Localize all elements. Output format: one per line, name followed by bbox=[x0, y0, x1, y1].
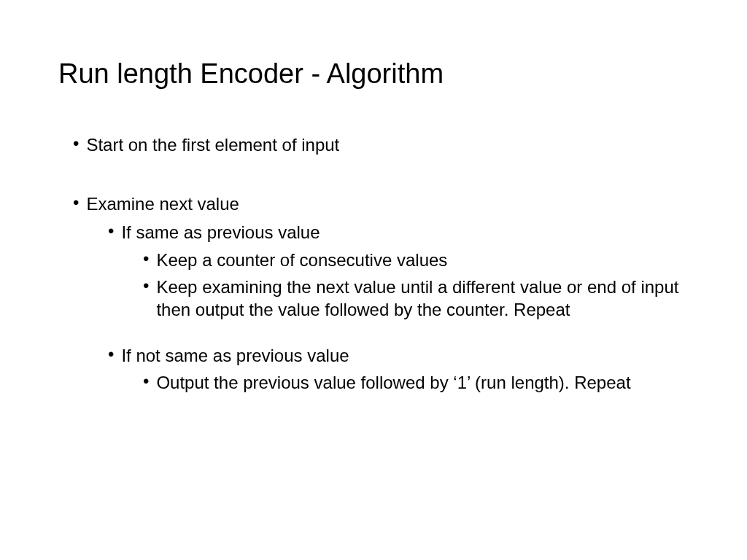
bullet-text: Start on the first element of input bbox=[86, 133, 339, 156]
bullet-level-1: • Start on the first element of input bbox=[73, 133, 689, 156]
bullet-dot-icon: • bbox=[143, 371, 149, 394]
bullet-level-3: • Keep examining the next value until a … bbox=[73, 276, 689, 321]
bullet-dot-icon: • bbox=[143, 249, 149, 271]
bullet-text: If same as previous value bbox=[121, 221, 320, 244]
bullet-dot-icon: • bbox=[73, 133, 79, 156]
bullet-level-1: • Examine next value bbox=[73, 192, 689, 215]
bullet-text: Keep a counter of consecutive values bbox=[156, 249, 447, 271]
bullet-dot-icon: • bbox=[143, 276, 149, 321]
bullet-text: If not same as previous value bbox=[121, 344, 349, 367]
bullet-text: Output the previous value followed by ‘1… bbox=[156, 371, 630, 394]
bullet-level-3: • Output the previous value followed by … bbox=[73, 371, 689, 394]
bullet-dot-icon: • bbox=[108, 221, 114, 244]
bullet-level-2: • If same as previous value bbox=[73, 221, 689, 244]
slide-content: • Start on the first element of input • … bbox=[58, 133, 689, 394]
bullet-text: Keep examining the next value until a di… bbox=[156, 276, 689, 321]
bullet-dot-icon: • bbox=[73, 192, 79, 215]
slide-title: Run length Encoder - Algorithm bbox=[58, 58, 689, 90]
bullet-text: Examine next value bbox=[86, 192, 239, 215]
bullet-dot-icon: • bbox=[108, 344, 114, 367]
bullet-level-3: • Keep a counter of consecutive values bbox=[73, 249, 689, 271]
bullet-level-2: • If not same as previous value bbox=[73, 344, 689, 367]
